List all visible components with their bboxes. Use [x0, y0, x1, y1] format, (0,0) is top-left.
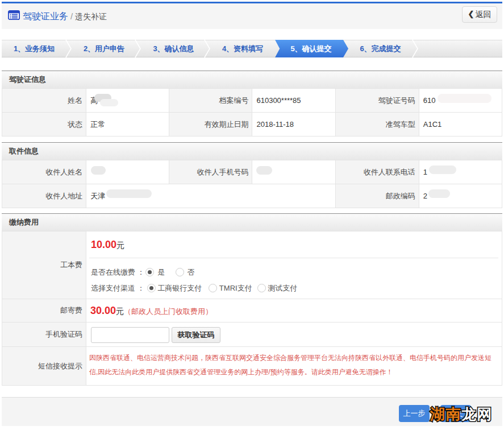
svg-text:4、资料填写: 4、资料填写 [222, 44, 263, 53]
svg-text:6、完成提交: 6、完成提交 [360, 44, 401, 53]
svg-text:5、确认提交: 5、确认提交 [290, 44, 331, 53]
svg-text:2、用户申告: 2、用户申告 [84, 44, 124, 53]
svg-text:1、业务须知: 1、业务须知 [14, 44, 55, 53]
svg-text:3、确认信息: 3、确认信息 [153, 44, 194, 53]
